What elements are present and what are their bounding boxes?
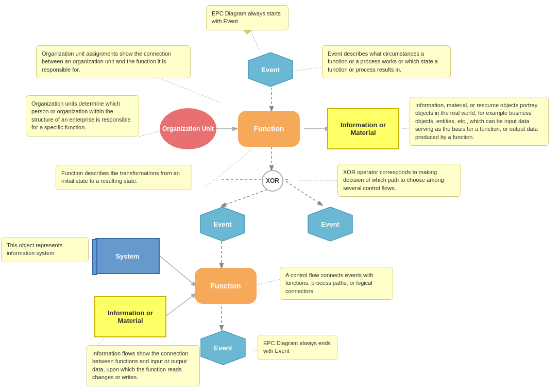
function-2-shape: Function [195,268,257,304]
org-unit-shape: Organization Unit [160,108,216,149]
note-org-unit-assign: Organization unit assignments show the c… [36,45,191,78]
svg-line-14 [206,149,252,186]
system-shape: System [95,238,160,274]
function-1-shape: Function [238,111,300,147]
note-epc-ends: EPC Diagram always ends with Event [258,335,337,360]
note-info-flow-desc: Information flows show the connection be… [87,345,200,386]
note-event-desc: Event describes what circumstances a fun… [322,45,451,78]
info-material-2-shape: Information or Material [94,296,166,337]
svg-line-2 [222,188,271,206]
info-material-1-shape: Information or Material [327,108,399,149]
xor-shape: XOR [262,170,283,192]
note-epc-starts: EPC Diagram always starts with Event [206,5,289,30]
diagram-container: EPC Diagram always starts with Event Eve… [0,0,560,392]
note-system-desc: This object represents information syste… [1,237,89,262]
note-function-desc: Function describes the transformations f… [56,165,192,190]
note-xor-desc: XOR operator corresponds to making decis… [337,164,461,197]
svg-line-20 [252,279,280,286]
event-2: Event [199,206,246,242]
svg-line-3 [286,181,322,205]
note-control-flow-desc: A control flow connects events with func… [280,267,393,300]
svg-line-9 [165,294,196,317]
note-info-material-desc: Information, material, or resource objec… [410,97,549,146]
event-3: Event [307,206,353,242]
svg-line-8 [160,256,196,286]
event-1: Event [247,52,294,88]
note-org-unit-desc: Organization units determine which perso… [26,95,139,137]
event-4: Event [200,330,246,366]
